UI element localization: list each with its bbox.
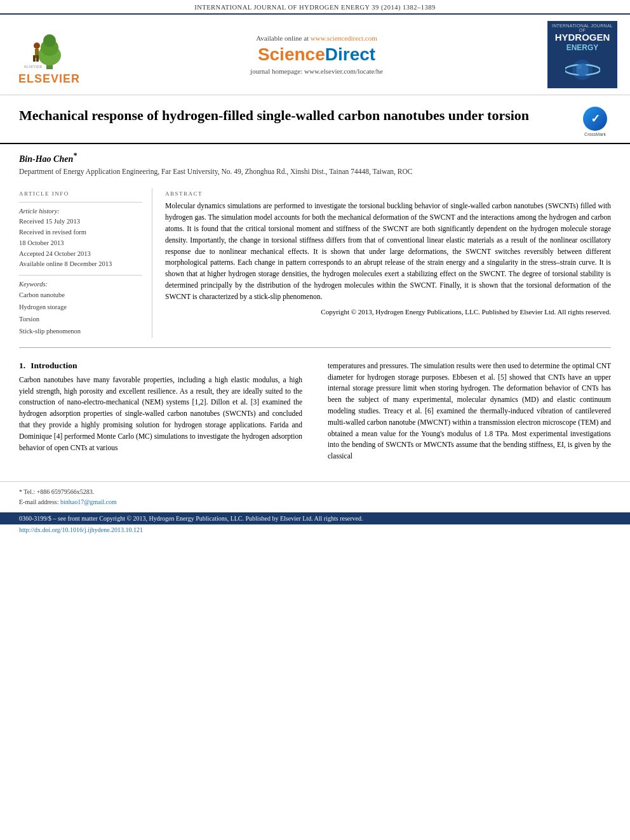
crossmark-circle-icon: ✓ <box>583 107 607 131</box>
copyright-text: Copyright © 2013, Hydrogen Energy Public… <box>165 307 611 317</box>
main-section-divider <box>19 347 611 348</box>
svg-text:ELSEVIER: ELSEVIER <box>24 65 42 69</box>
info-divider-2 <box>19 275 142 276</box>
footnote-email-link[interactable]: binhao17@gmail.com <box>60 498 117 505</box>
author-asterisk: * <box>73 152 77 160</box>
keyword-1: Carbon nanotube <box>19 290 142 302</box>
available-online-text: Available online at www.sciencedirect.co… <box>92 34 541 42</box>
sciencedirect-url-link[interactable]: www.sciencedirect.com <box>311 34 377 42</box>
issn-text: 0360-3199/$ – see front matter Copyright… <box>19 515 363 522</box>
hydrogen-planet-icon <box>565 54 600 83</box>
elsevier-logo: ELSEVIER ELSEVIER <box>13 23 86 86</box>
doi-link[interactable]: http://dx.doi.org/10.1016/j.ijhydene.201… <box>19 526 143 533</box>
abstract-column: ABSTRACT Molecular dynamics simulations … <box>165 188 611 338</box>
sciencedirect-logo: ScienceDirect <box>92 44 541 65</box>
author-affiliation: Department of Energy Application Enginee… <box>19 166 611 177</box>
history-accepted: Accepted 24 October 2013 <box>19 249 142 260</box>
intro-heading: 1. Introduction <box>19 361 302 371</box>
intro-left-text: Carbon nanotubes have many favorable pro… <box>19 375 302 454</box>
elsevier-name-text: ELSEVIER <box>18 72 80 86</box>
keywords-label: Keywords: <box>19 281 142 288</box>
body-left-column: 1. Introduction Carbon nanotubes have ma… <box>19 361 309 462</box>
history-revised-label: Received in revised form <box>19 227 142 238</box>
body-two-col: 1. Introduction Carbon nanotubes have ma… <box>0 357 630 469</box>
body-right-column: temperatures and pressures. The simulati… <box>321 361 611 462</box>
section-title: Introduction <box>30 361 77 371</box>
abstract-text: Molecular dynamics simulations are perfo… <box>165 201 611 302</box>
history-label: Article history: <box>19 208 142 215</box>
issn-footer-bar: 0360-3199/$ – see front matter Copyright… <box>0 512 630 524</box>
keyword-2: Hydrogen storage <box>19 302 142 314</box>
doi-line: http://dx.doi.org/10.1016/j.ijhydene.201… <box>0 524 630 535</box>
journal-header: ELSEVIER ELSEVIER Available online at ww… <box>0 15 630 95</box>
article-info-column: ARTICLE INFO Article history: Received 1… <box>19 188 152 338</box>
abstract-label: ABSTRACT <box>165 190 611 197</box>
keyword-4: Stick-slip phenomenon <box>19 326 142 338</box>
svg-rect-7 <box>36 55 39 62</box>
elsevier-tree-icon: ELSEVIER <box>18 23 81 71</box>
article-info-abstract-row: ARTICLE INFO Article history: Received 1… <box>0 188 630 338</box>
article-info-label: ARTICLE INFO <box>19 190 142 197</box>
footnote-email-row: E-mail address: binhao17@gmail.com <box>19 497 611 507</box>
author-name: Bin-Hao Chen* <box>19 152 611 164</box>
energy-title: ENERGY <box>550 43 615 52</box>
hydrogen-energy-logo: International Journal of HYDROGEN ENERGY <box>547 21 617 88</box>
hydrogen-intl-label: International Journal of <box>550 23 615 32</box>
info-divider-1 <box>19 202 142 203</box>
footer-area: * Tel.: +886 65979566x5283. E-mail addre… <box>0 481 630 512</box>
author-section: Bin-Hao Chen* Department of Energy Appli… <box>0 144 630 182</box>
journal-homepage-text: journal homepage: www.elsevier.com/locat… <box>92 67 541 75</box>
svg-point-4 <box>34 43 40 49</box>
history-available: Available online 8 December 2013 <box>19 259 142 270</box>
article-title-section: Mechanical response of hydrogen-filled s… <box>0 95 630 144</box>
section-number: 1. <box>19 361 25 371</box>
hydrogen-title: HYDROGEN <box>550 32 615 43</box>
history-revised-date: 18 October 2013 <box>19 238 142 249</box>
svg-point-3 <box>43 34 56 47</box>
svg-point-12 <box>577 64 582 69</box>
article-main-title: Mechanical response of hydrogen-filled s… <box>19 107 570 125</box>
intro-right-text: temperatures and pressures. The simulati… <box>328 361 611 462</box>
center-header: Available online at www.sciencedirect.co… <box>92 34 541 75</box>
history-received1: Received 15 July 2013 <box>19 217 142 227</box>
footnote-phone: * Tel.: +886 65979566x5283. <box>19 487 611 497</box>
journal-citation: INTERNATIONAL JOURNAL OF HYDROGEN ENERGY… <box>194 4 436 11</box>
svg-rect-6 <box>33 55 36 62</box>
crossmark-logo: ✓ CrossMark <box>579 107 611 137</box>
keyword-3: Torsion <box>19 314 142 326</box>
journal-top-bar: INTERNATIONAL JOURNAL OF HYDROGEN ENERGY… <box>0 0 630 15</box>
footnote-email-label: E-mail address: <box>19 498 58 505</box>
crossmark-label: CrossMark <box>579 132 611 137</box>
